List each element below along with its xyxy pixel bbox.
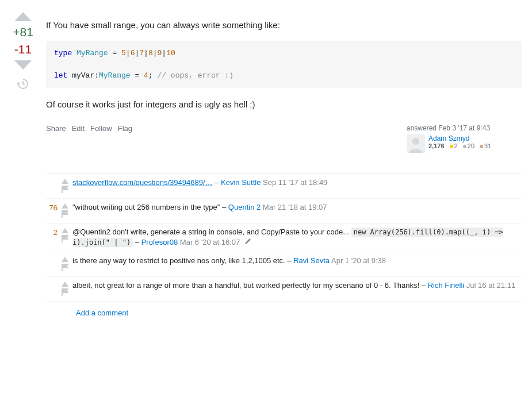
comments-list: stackoverflow.com/questions/39494689/… –… [46,174,522,302]
timeline-icon[interactable] [17,78,29,91]
comment-row: 76 "without writing out 256 numbers in t… [46,199,522,224]
comment-upvote-icon[interactable] [62,179,68,184]
code-op: ; [148,71,158,80]
comment-row: albeit, not great for a range of more th… [46,277,522,302]
user-stats: 2,176 2 20 31 [428,142,491,149]
post-intro: If You have small range, you can always … [46,19,522,32]
post-outro: Of course it works just for integers and… [46,98,522,111]
comment-actions [61,280,69,298]
comment-author-link[interactable]: Ravi Sevta [293,256,330,265]
comment-sep: – [213,178,221,187]
code-num: 7 [139,49,144,57]
flag-icon[interactable] [61,185,69,195]
comment-upvote-icon[interactable] [62,228,68,233]
comment-text: @Quentin2 don't write, generate a string… [72,228,351,236]
downvote-button[interactable] [13,60,33,71]
comment-body: "without writing out 256 numbers in the … [72,202,522,219]
comment-author-link[interactable]: Rich Finelli [428,281,465,290]
code-op: = [108,49,121,57]
comment-actions [61,227,69,249]
comment-score [46,280,58,298]
comment-sep: – [133,238,141,246]
comment-date: Apr 1 '20 at 9:38 [331,256,386,265]
silver-count: 20 [468,142,474,149]
flag-icon[interactable] [61,210,69,219]
comment-row: is there any way to restrict to positive… [46,252,522,277]
comment-row: stackoverflow.com/questions/39494689/… –… [46,174,522,199]
reputation: 2,176 [428,142,445,149]
code-num: 4 [144,71,148,80]
comment-score [46,256,58,273]
flag-icon[interactable] [61,234,69,244]
comment-date: Mar 6 '20 at 16:07 [180,238,240,246]
gold-badge-icon [450,145,453,148]
comment-upvote-icon[interactable] [62,257,68,262]
flag-icon[interactable] [61,288,69,298]
post-body: If You have small range, you can always … [46,10,522,317]
comment-body: stackoverflow.com/questions/39494689/… –… [72,178,522,195]
comment-upvote-icon[interactable] [62,203,68,209]
post-prose: If You have small range, you can always … [46,19,522,111]
comment-body: @Quentin2 don't write, generate a string… [72,227,522,249]
share-link[interactable]: Share [46,124,66,133]
edit-icon[interactable] [244,238,251,246]
comment-body: is there any way to restrict to positive… [72,256,522,273]
avatar[interactable] [407,134,425,153]
comment-score: 2 [46,227,58,249]
vote-column: +81 -11 [10,10,36,317]
silver-badge-icon [463,145,466,148]
comment-sep: – [419,281,427,290]
post-menu: Share Edit Follow Flag [46,124,132,133]
comment-date: Sep 11 '17 at 18:49 [263,178,327,187]
flag-link[interactable]: Flag [118,124,132,133]
bronze-count: 31 [484,142,491,149]
follow-link[interactable]: Follow [90,124,112,133]
downvote-score: -11 [14,43,32,56]
comment-link[interactable]: stackoverflow.com/questions/39494689/… [72,178,213,187]
comment-score [46,178,58,195]
comment-date: Mar 21 '18 at 19:07 [263,203,327,211]
code-num: 9 [158,49,162,57]
svg-marker-0 [14,12,32,21]
post-footer: Share Edit Follow Flag answered Feb 3 '1… [46,124,522,153]
code-typename: MyRange [76,49,108,57]
bronze-badge-icon [480,145,483,148]
comment-actions [61,202,69,219]
code-var: myVar: [67,71,99,80]
code-keyword: let [54,71,67,80]
code-op: = [131,71,144,80]
add-comment-link[interactable]: Add a comment [46,302,522,317]
comment-body: albeit, not great for a range of more th… [72,280,522,298]
comment-author-link[interactable]: Kevin Suttle [221,178,261,187]
code-num: 10 [166,49,175,57]
comment-author-link[interactable]: Profesor08 [141,238,178,246]
upvote-button[interactable] [13,10,33,22]
svg-point-3 [412,138,419,145]
comment-date: Jul 16 at 21:11 [466,281,515,290]
comment-upvote-icon[interactable] [62,282,68,287]
comment-text: "without writing out 256 numbers in the … [72,203,220,211]
svg-marker-1 [14,60,32,70]
code-typename: MyRange [99,71,131,80]
author-card: answered Feb 3 '17 at 9:43 Adam Szmyd 2,… [407,124,522,153]
answered-time: answered Feb 3 '17 at 9:43 [407,124,522,132]
flag-icon[interactable] [61,263,69,273]
comment-sep: – [220,203,228,211]
code-block: type MyRange = 5|6|7|8|9|10 let myVar:My… [46,41,522,88]
code-comment: // oops, error :) [157,71,234,80]
upvote-score: +81 [13,25,33,39]
comment-text: is there any way to restrict to positive… [72,256,285,265]
answer-container: +81 -11 If You have small range, you can… [10,10,522,317]
comment-actions [61,256,69,273]
comment-text: albeit, not great for a range of more th… [72,281,419,290]
user-details: Adam Szmyd 2,176 2 20 31 [428,134,491,153]
code-keyword: type [54,49,72,57]
gold-count: 2 [454,142,458,149]
code-num: 6 [131,49,135,57]
code-num: 8 [148,49,153,57]
comment-sep: – [285,256,293,265]
comment-author-link[interactable]: Quentin 2 [228,203,261,211]
comment-score: 76 [46,202,58,219]
user-link[interactable]: Adam Szmyd [428,134,469,142]
edit-link[interactable]: Edit [72,124,85,133]
